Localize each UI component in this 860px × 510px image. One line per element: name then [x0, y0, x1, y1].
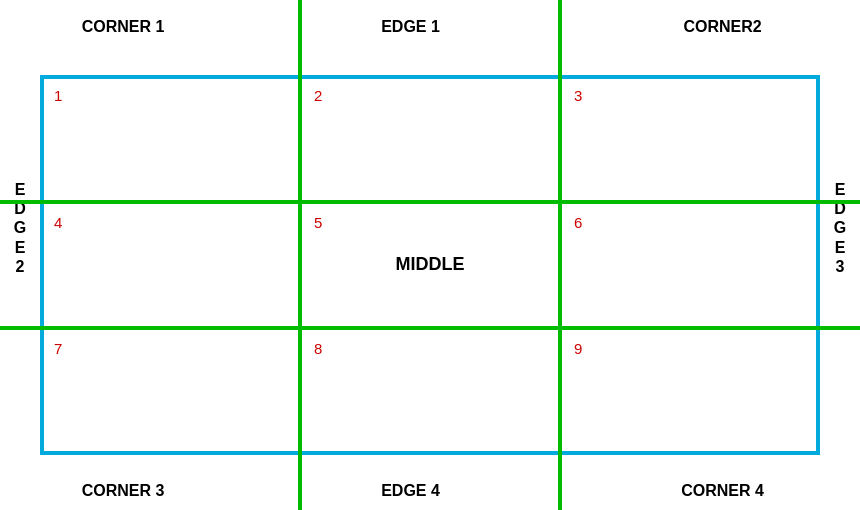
green-hline-1 [0, 200, 860, 204]
label-edge3: E D G E 3 [820, 180, 860, 276]
cell-6: 6 [560, 202, 820, 329]
cell-number-9: 9 [574, 340, 582, 357]
main-container: CORNER 1 EDGE 1 CORNER2 E D G E 2 E D G … [0, 0, 860, 510]
cell-number-5: 5 [314, 214, 322, 231]
green-hline-2 [0, 326, 860, 330]
cell-2: 2 [300, 75, 560, 202]
cell-middle-label: MIDDLE [396, 254, 465, 275]
green-vline-1 [298, 0, 302, 510]
cell-7: 7 [40, 328, 300, 455]
cell-3: 3 [560, 75, 820, 202]
cell-number-8: 8 [314, 340, 322, 357]
cell-1: 1 [40, 75, 300, 202]
cell-9: 9 [560, 328, 820, 455]
label-edge4: EDGE 4 [233, 482, 588, 500]
grid: 1 2 3 4 5 MIDDLE 6 7 8 [40, 75, 820, 455]
label-edge2: E D G E 2 [0, 180, 40, 276]
cell-8: 8 [300, 328, 560, 455]
label-corner3: CORNER 3 [13, 482, 233, 500]
cell-number-7: 7 [54, 340, 62, 357]
label-edge1: EDGE 1 [233, 18, 588, 36]
cell-number-6: 6 [574, 214, 582, 231]
cell-5-middle: 5 MIDDLE [300, 202, 560, 329]
cell-4: 4 [40, 202, 300, 329]
label-corner1: CORNER 1 [13, 18, 233, 36]
label-corner4: CORNER 4 [590, 482, 855, 500]
cell-number-3: 3 [574, 87, 582, 104]
cell-number-4: 4 [54, 214, 62, 231]
cell-number-2: 2 [314, 87, 322, 104]
label-corner2: CORNER2 [590, 18, 855, 36]
cell-number-1: 1 [54, 87, 62, 104]
grid-wrapper: 1 2 3 4 5 MIDDLE 6 7 8 [40, 75, 820, 455]
green-vline-2 [558, 0, 562, 510]
